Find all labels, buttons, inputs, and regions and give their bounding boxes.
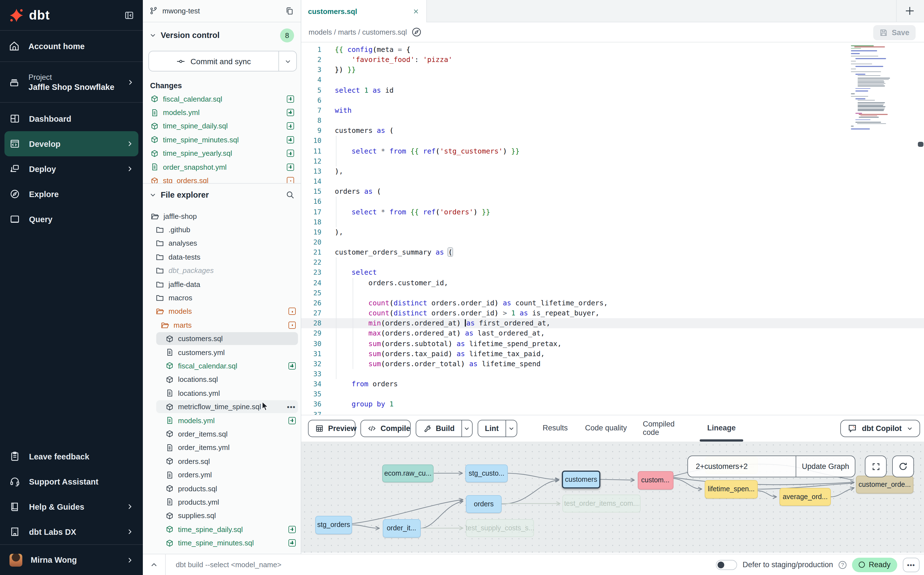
sidebar-user[interactable]: Mirna Wong bbox=[0, 544, 143, 575]
tab-compiled-code[interactable]: Compiled code bbox=[643, 415, 688, 440]
new-tab-icon[interactable] bbox=[904, 5, 916, 17]
tree-item-locations.sql[interactable]: locations.sql bbox=[143, 373, 301, 386]
compile-button[interactable]: Compile bbox=[360, 420, 410, 437]
stage-plus-icon[interactable] bbox=[288, 362, 296, 370]
changed-file-models.yml[interactable]: models.yml bbox=[143, 106, 301, 119]
tree-item-orders.yml[interactable]: orders.yml bbox=[143, 468, 301, 482]
tree-item-time_spine_daily.sql[interactable]: time_spine_daily.sql bbox=[143, 523, 301, 536]
sidebar-item-query[interactable]: Query bbox=[5, 206, 138, 232]
stage-plus-icon[interactable] bbox=[287, 136, 294, 143]
editor-scrollbar-thumb[interactable] bbox=[918, 142, 924, 147]
changed-file-fiscal_calendar.sql[interactable]: fiscal_calendar.sql bbox=[143, 92, 301, 106]
sidebar-item-support-assistant[interactable]: Support Assistant bbox=[5, 469, 138, 494]
tree-item-products.sql[interactable]: products.sql bbox=[143, 482, 301, 496]
changed-file-time_spine_minutes.sql[interactable]: time_spine_minutes.sql bbox=[143, 133, 301, 146]
tab-code-quality[interactable]: Code quality bbox=[584, 415, 628, 440]
sidebar-item-project[interactable]: Project Jaffle Shop Snowflake bbox=[0, 62, 143, 103]
lineage-node-customer_orde[interactable]: customer_orde... bbox=[856, 475, 913, 494]
copy-icon[interactable] bbox=[285, 6, 294, 15]
modified-dot-icon[interactable] bbox=[288, 322, 296, 329]
tree-item-locations.yml[interactable]: locations.yml bbox=[143, 386, 301, 400]
tree-item-models[interactable]: models bbox=[143, 305, 301, 318]
tree-item-analyses[interactable]: analyses bbox=[143, 237, 301, 250]
help-question-icon[interactable]: ? bbox=[838, 561, 846, 569]
tree-item-data-tests[interactable]: data-tests bbox=[143, 250, 301, 264]
lineage-search-input[interactable]: 2+customers+2 bbox=[688, 462, 796, 470]
lineage-node-orders[interactable]: orders bbox=[466, 495, 502, 513]
update-graph-button[interactable]: Update Graph bbox=[796, 456, 855, 477]
copilot-compass-icon[interactable] bbox=[412, 27, 422, 37]
file-explorer-header[interactable]: File explorer bbox=[143, 184, 301, 206]
refresh-button[interactable] bbox=[892, 456, 914, 477]
lineage-node-average_ord[interactable]: average_ord... bbox=[780, 488, 831, 506]
changed-file-time_spine_yearly.sql[interactable]: time_spine_yearly.sql bbox=[143, 146, 301, 160]
build-dropdown[interactable] bbox=[461, 420, 472, 437]
stage-plus-icon[interactable] bbox=[288, 417, 296, 424]
tree-item-order_items.yml[interactable]: order_items.yml bbox=[143, 441, 301, 454]
lineage-node-order_it[interactable]: order_it... bbox=[382, 519, 420, 537]
changed-file-time_spine_daily.sql[interactable]: time_spine_daily.sql bbox=[143, 119, 301, 133]
sidebar-item-explore[interactable]: Explore bbox=[5, 181, 138, 206]
version-control-header[interactable]: Version control 8 bbox=[143, 23, 301, 48]
more-options-button[interactable]: ••• bbox=[903, 558, 919, 572]
tree-item-order_items.sql[interactable]: order_items.sql bbox=[143, 427, 301, 441]
chevron-up-icon[interactable] bbox=[143, 561, 165, 569]
lineage-node-lifetime_spen[interactable]: lifetime_spen... bbox=[705, 480, 758, 498]
sidebar-item-leave-feedback[interactable]: Leave feedback bbox=[5, 444, 138, 469]
tree-item-customers.sql[interactable]: customers.sql bbox=[143, 332, 301, 346]
tree-item-.github[interactable]: .github bbox=[143, 223, 301, 237]
changed-file-order_snapshot.yml[interactable]: order_snapshot.yml bbox=[143, 160, 301, 174]
tree-item-jaffle-shop[interactable]: jaffle-shop bbox=[143, 209, 301, 223]
dbt-copilot-button[interactable]: dbt Copilot bbox=[840, 420, 920, 437]
code-editor[interactable]: 1{{ config(meta = {2 'favorite_food': 'p… bbox=[301, 43, 924, 415]
stage-plus-icon[interactable] bbox=[287, 163, 294, 170]
tree-item-fiscal_calendar.sql[interactable]: fiscal_calendar.sql bbox=[143, 359, 301, 373]
sidebar-item-deploy[interactable]: Deploy bbox=[5, 156, 138, 181]
tree-item-supplies.sql[interactable]: supplies.sql bbox=[143, 509, 301, 523]
tab-customers-sql[interactable]: customers.sql bbox=[301, 0, 427, 22]
stage-dot-icon[interactable] bbox=[287, 177, 294, 183]
lineage-search-box[interactable]: 2+customers+2 Update Graph bbox=[688, 456, 855, 477]
lineage-node-stg_orders[interactable]: stg_orders bbox=[315, 516, 352, 534]
changed-file-stg_orders.sql[interactable]: stg_orders.sql bbox=[143, 174, 301, 183]
tree-item-orders.sql[interactable]: orders.sql bbox=[143, 454, 301, 468]
stage-plus-icon[interactable] bbox=[287, 109, 294, 116]
sidebar-item-dbt-labs-dx[interactable]: dbt Labs DX bbox=[5, 519, 138, 544]
minimap[interactable] bbox=[851, 45, 893, 130]
close-tab-icon[interactable] bbox=[412, 8, 420, 15]
stage-plus-icon[interactable] bbox=[287, 150, 294, 157]
search-icon[interactable] bbox=[286, 191, 295, 199]
stage-plus-icon[interactable] bbox=[287, 122, 294, 130]
lineage-node-custom[interactable]: custom... bbox=[637, 471, 673, 489]
lineage-node-ecomraw_cu[interactable]: ecom.raw_cu... bbox=[382, 464, 434, 482]
tab-results[interactable]: Results bbox=[533, 415, 577, 440]
sidebar-collapse-icon[interactable] bbox=[124, 10, 134, 20]
lineage-canvas[interactable]: count_lifetim...ecom.raw_cu...stg_custo.… bbox=[301, 442, 924, 553]
tree-item-models.yml[interactable]: models.yml bbox=[143, 414, 301, 427]
tree-item-customers.yml[interactable]: customers.yml bbox=[143, 346, 301, 359]
build-button[interactable]: Build bbox=[416, 420, 472, 437]
sidebar-item-help-guides[interactable]: Help & Guides bbox=[5, 494, 138, 519]
tree-item-products.yml[interactable]: products.yml bbox=[143, 495, 301, 509]
tree-item-metricflow_time_spine.sql[interactable]: metricflow_time_spine.sql••• bbox=[143, 400, 301, 414]
save-button[interactable]: Save bbox=[873, 25, 916, 40]
git-branch-row[interactable]: mwong-test bbox=[143, 0, 301, 22]
tree-item-macros[interactable]: macros bbox=[143, 291, 301, 305]
status-badge[interactable]: Ready bbox=[852, 558, 897, 572]
lineage-node-stg_custo[interactable]: stg_custo... bbox=[465, 464, 508, 482]
tree-item-dbt_packages[interactable]: dbt_packages bbox=[143, 264, 301, 278]
tab-lineage[interactable]: Lineage bbox=[699, 415, 744, 440]
tree-item-marts[interactable]: marts bbox=[143, 318, 301, 332]
sidebar-item-dashboard[interactable]: Dashboard bbox=[5, 106, 138, 131]
row-menu-icon[interactable]: ••• bbox=[287, 403, 296, 411]
lint-dropdown[interactable] bbox=[506, 420, 517, 437]
stage-plus-icon[interactable] bbox=[287, 95, 294, 102]
tree-item-time_spine_yearly.sql[interactable]: time_spine_yearly.sql bbox=[143, 550, 301, 553]
tree-item-jaffle-data[interactable]: jaffle-data bbox=[143, 278, 301, 291]
sidebar-item-account-home[interactable]: Account home bbox=[0, 31, 143, 62]
defer-toggle[interactable] bbox=[716, 560, 737, 570]
stage-plus-icon[interactable] bbox=[288, 539, 296, 546]
lint-button[interactable]: Lint bbox=[478, 420, 517, 437]
command-input[interactable]: dbt build --select <model_name> bbox=[176, 561, 282, 569]
commit-dropdown[interactable] bbox=[279, 58, 296, 65]
